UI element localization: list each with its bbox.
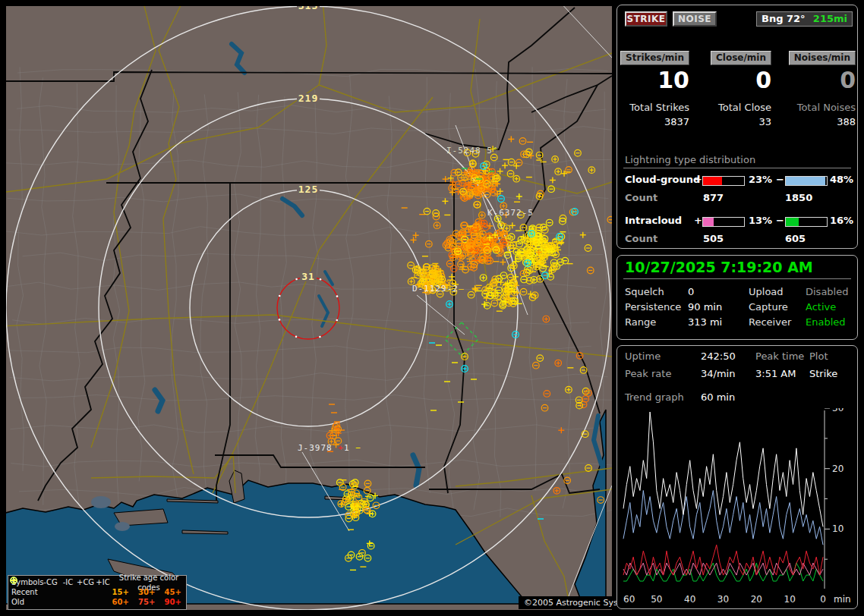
noise-button[interactable]: NOISE [673,11,717,27]
peak-time-label: Peak time [755,350,804,362]
noises-column: Noises/min 0 Total Noises 388 [786,49,856,127]
map-canvas: 31125219313I-5248 5^K-6372-5D-1129-2—J-3… [6,6,612,610]
x-tick-label: 10 [784,594,796,605]
nexstorm-window: 31125219313I-5248 5^K-6372-5D-1129-2—J-3… [0,0,864,616]
x-tick-label: 40 [684,594,695,605]
ring-dot [279,319,281,321]
ring-dot [295,278,298,281]
legend-age-75+: 75+ [134,597,160,607]
legend-col-pos-cg: +CG [77,577,94,587]
intracloud-row: Intracloud + 13% − 16% [617,215,859,227]
road [319,53,612,112]
receiver-label: Receiver [749,316,791,328]
total-noises-value: 388 [786,116,856,127]
strikes-column: Strikes/min 10 Total Strikes 3837 [620,49,689,127]
map-legend: Symbols -CG -IC +CG +IC Strike age color… [8,575,187,610]
storm-vector [558,6,612,58]
legend-header-row: Symbols -CG -IC +CG +IC Strike age color… [8,577,186,587]
ring-dot [336,295,339,297]
legend-recent-label: Recent [8,587,40,597]
legend-recent-row: Recent 15+30+45+ [8,587,186,597]
road [531,495,569,604]
range-ring [190,190,427,426]
noises-per-min-button[interactable]: Noises/min [789,51,856,65]
cloud-ground-count-row: Count 877 1850 [617,192,859,204]
uptime-value: 242:50 [701,350,736,362]
lightning-map[interactable]: 31125219313I-5248 5^K-6372-5D-1129-2—J-3… [6,6,612,610]
bearing-value: Bng 72° [762,12,806,26]
ring-label: 125 [298,184,318,195]
trend-graph-value: 60 min [701,391,735,403]
legend-age-90+: 90+ [160,597,187,607]
ic-minus-count: 605 [785,233,806,244]
total-noises-label: Total Noises [786,102,856,113]
strikes-per-min-button[interactable]: Strikes/min [620,51,689,65]
cg-minus-pct: 48% [830,174,853,185]
legend-old-row: Old 60+75+90+ [8,597,186,607]
plus-sign: + [694,215,702,226]
persistence-label: Persistence [625,301,681,313]
ring-dot [320,278,322,281]
cg-count-label: Count [625,192,657,203]
cloud-ground-row: Cloud-ground + 23% − 48% [617,174,859,186]
uptime-label: Uptime [625,350,661,362]
river [413,455,419,486]
ring-label: 219 [298,93,318,104]
strike-button[interactable]: STRIKE [625,11,667,27]
ic-plus-pct: 13% [749,215,772,226]
persistence-value: 90 min [688,301,722,313]
ring-dot [336,319,338,322]
ic-count-label: Count [625,233,657,244]
plot-value: Strike [809,368,837,379]
total-close-value: 33 [702,116,771,127]
state-border [531,76,612,112]
datetime-display: 10/27/2025 7:19:20 AM [625,259,813,275]
upload-label: Upload [749,286,784,297]
distribution-title: Lightning type distribution [625,154,755,165]
close-rate: 0 [702,69,771,92]
close-per-min-button[interactable]: Close/min [711,51,771,65]
peak-time-value: 3:51 AM [755,368,796,379]
total-strikes-label: Total Strikes [620,102,689,113]
ic-minus-pct: 16% [830,215,853,226]
bearing-display: Bng 72° 215mi [756,11,853,27]
squelch-label: Squelch [625,286,664,297]
y-tick-label: 10 [832,523,844,534]
ic-plus-count: 505 [703,233,724,244]
cg-minus-bar [785,176,828,186]
x-tick-label: 20 [751,594,762,605]
trend-graph: 1020306050403020100min [622,408,854,607]
ring-label: 313 [298,6,318,11]
peak-rate-value: 34/min [701,368,735,379]
range-label: Range [625,316,656,328]
water-layer [6,44,606,604]
road [6,85,319,193]
x-tick-label: 60 [623,594,635,605]
station-label: K-6372-5 [487,208,534,218]
water-body [575,410,606,604]
close-column: Close/min 0 Total Close 33 [702,49,771,127]
plus-sign: + [694,174,702,185]
ic-plus-bar [702,217,745,227]
road [213,97,433,493]
x-tick-label: 30 [717,594,729,605]
state-border [6,72,612,81]
plot-label: Plot [809,350,828,362]
road [6,315,612,357]
cg-plus-count: 877 [703,192,724,203]
status-panel: 10/27/2025 7:19:20 AM Squelch 0 Upload D… [616,255,858,340]
close-alarm-ring [277,277,339,339]
y-tick-label: 20 [832,464,844,474]
legend-col-neg-cg: -CG [42,577,59,587]
range-value: 313 mi [688,316,722,328]
ring-dot [279,295,281,297]
state-border [215,455,425,467]
squelch-value: 0 [688,286,694,297]
intracloud-count-row: Count 505 605 [617,233,859,245]
legend-col-pos-ic: +IC [94,577,112,587]
noises-rate: 0 [786,69,856,92]
intracloud-label: Intracloud [625,215,682,226]
station-label: J-3978 +1 − [298,443,361,453]
x-tick-label: 0 [820,594,826,605]
strikes-rate: 10 [620,69,689,92]
